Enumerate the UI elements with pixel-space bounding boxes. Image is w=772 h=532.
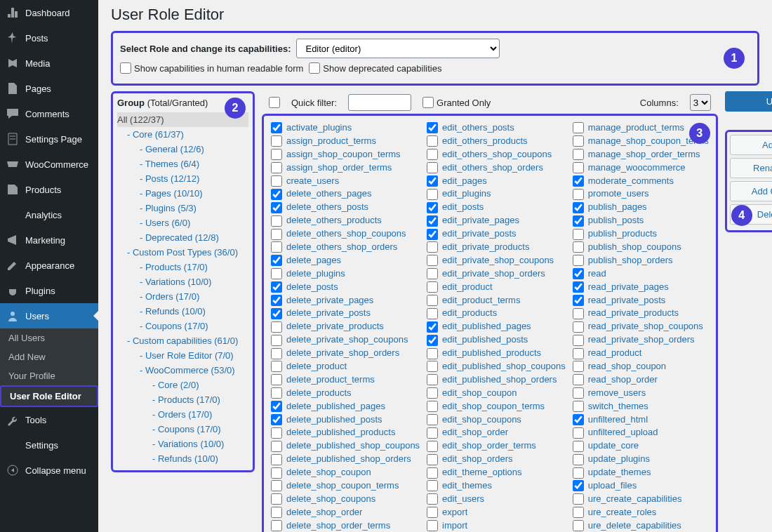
capability-read_private_products[interactable]: read_private_products <box>573 307 709 320</box>
capability-delete_published_shop_coupons[interactable]: delete_published_shop_coupons <box>271 439 420 453</box>
capability-edit_plugins[interactable]: edit_plugins <box>427 187 566 201</box>
capability-update_core[interactable]: update_core <box>573 439 709 453</box>
menu-item-pages[interactable]: Pages <box>0 76 98 101</box>
capability-manage_product_terms[interactable]: manage_product_terms <box>573 121 709 135</box>
capability-edit_private_posts[interactable]: edit_private_posts <box>427 227 566 241</box>
capability-edit_published_shop_orders[interactable]: edit_published_shop_orders <box>427 373 566 387</box>
group-item[interactable]: - Custom Post Types (36/0) <box>117 245 248 260</box>
capability-read_product[interactable]: read_product <box>573 347 709 360</box>
capability-delete_shop_coupon[interactable]: delete_shop_coupon <box>271 466 420 479</box>
capability-edit_shop_coupons[interactable]: edit_shop_coupons <box>427 413 566 427</box>
menu-item-tools[interactable]: Tools <box>0 407 98 432</box>
capability-edit_private_pages[interactable]: edit_private_pages <box>427 214 566 227</box>
capability-read[interactable]: read <box>573 267 709 281</box>
group-item[interactable]: - Coupons (17/0) <box>117 319 248 333</box>
capability-edit_others_shop_coupons[interactable]: edit_others_shop_coupons <box>427 148 566 161</box>
add-capability-button[interactable]: Add Capability <box>730 181 772 201</box>
menu-item-collapse-menu[interactable]: Collapse menu <box>0 458 98 483</box>
capability-switch_themes[interactable]: switch_themes <box>573 400 709 413</box>
capability-export[interactable]: export <box>427 506 566 519</box>
select-all-checkbox[interactable] <box>269 97 280 108</box>
capability-publish_shop_orders[interactable]: publish_shop_orders <box>573 254 709 267</box>
capability-delete_published_shop_orders[interactable]: delete_published_shop_orders <box>271 453 420 466</box>
capability-manage_shop_order_terms[interactable]: manage_shop_order_terms <box>573 148 709 161</box>
menu-item-settings[interactable]: Settings <box>0 432 98 458</box>
capability-activate_plugins[interactable]: activate_plugins <box>271 121 420 135</box>
capability-edit_shop_order[interactable]: edit_shop_order <box>427 426 566 439</box>
capability-ure_delete_capabilities[interactable]: ure_delete_capabilities <box>573 519 709 532</box>
submenu-user-role-editor[interactable]: User Role Editor <box>0 385 98 407</box>
capability-assign_product_terms[interactable]: assign_product_terms <box>271 135 420 148</box>
show-deprecated-checkbox[interactable]: Show deprecated capabilities <box>309 62 441 74</box>
capability-update_plugins[interactable]: update_plugins <box>573 453 709 466</box>
capability-edit_private_shop_orders[interactable]: edit_private_shop_orders <box>427 267 566 281</box>
capability-create_users[interactable]: create_users <box>271 175 420 188</box>
capability-delete_others_products[interactable]: delete_others_products <box>271 214 420 227</box>
group-item[interactable]: - Pages (10/10) <box>117 186 248 201</box>
group-item[interactable]: - Orders (17/0) <box>117 289 248 304</box>
capability-delete_published_products[interactable]: delete_published_products <box>271 426 420 439</box>
capability-delete_product[interactable]: delete_product <box>271 360 420 373</box>
capability-edit_pages[interactable]: edit_pages <box>427 175 566 188</box>
add-role-button[interactable]: Add Role <box>730 135 772 155</box>
capability-delete_product_terms[interactable]: delete_product_terms <box>271 373 420 387</box>
capability-delete_shop_coupon_terms[interactable]: delete_shop_coupon_terms <box>271 479 420 493</box>
submenu-add-new[interactable]: Add New <box>0 347 98 366</box>
group-item[interactable]: - Themes (6/4) <box>117 157 248 171</box>
capability-edit_published_posts[interactable]: edit_published_posts <box>427 333 566 347</box>
menu-item-analytics[interactable]: Analytics <box>0 202 98 227</box>
group-item[interactable]: - Deprecated (12/8) <box>117 230 248 245</box>
group-item[interactable]: - Posts (12/12) <box>117 171 248 186</box>
group-item[interactable]: - Custom capabilities (61/0) <box>117 333 248 348</box>
group-item[interactable]: - Refunds (10/0) <box>117 451 248 466</box>
capability-edit_others_products[interactable]: edit_others_products <box>427 135 566 148</box>
capability-delete_others_shop_coupons[interactable]: delete_others_shop_coupons <box>271 227 420 241</box>
group-item[interactable]: - Coupons (17/0) <box>117 422 248 437</box>
group-item[interactable]: - Users (6/0) <box>117 215 248 230</box>
menu-item-media[interactable]: Media <box>0 51 98 76</box>
capability-update_themes[interactable]: update_themes <box>573 466 709 479</box>
capability-delete_shop_coupons[interactable]: delete_shop_coupons <box>271 493 420 506</box>
submenu-all-users[interactable]: All Users <box>0 328 98 347</box>
update-button[interactable]: Update <box>725 91 772 112</box>
capability-edit_published_products[interactable]: edit_published_products <box>427 347 566 360</box>
capability-upload_files[interactable]: upload_files <box>573 479 709 493</box>
submenu-your-profile[interactable]: Your Profile <box>0 366 98 385</box>
capability-read_private_pages[interactable]: read_private_pages <box>573 281 709 294</box>
capability-delete_private_posts[interactable]: delete_private_posts <box>271 307 420 320</box>
menu-item-products[interactable]: Products <box>0 177 98 202</box>
capability-edit_others_posts[interactable]: edit_others_posts <box>427 121 566 135</box>
capability-delete_others_pages[interactable]: delete_others_pages <box>271 187 420 201</box>
group-item[interactable]: - Products (17/0) <box>117 260 248 274</box>
granted-only-checkbox[interactable]: Granted Only <box>422 97 491 108</box>
capability-delete_others_posts[interactable]: delete_others_posts <box>271 201 420 214</box>
human-readable-checkbox[interactable]: Show capabilities in human readable form <box>120 62 303 74</box>
capability-edit_others_shop_orders[interactable]: edit_others_shop_orders <box>427 161 566 175</box>
capability-read_private_shop_coupons[interactable]: read_private_shop_coupons <box>573 320 709 333</box>
group-item[interactable]: - Orders (17/0) <box>117 407 248 422</box>
capability-delete_products[interactable]: delete_products <box>271 387 420 400</box>
menu-item-users[interactable]: Users <box>0 303 98 328</box>
capability-delete_published_pages[interactable]: delete_published_pages <box>271 400 420 413</box>
capability-delete_published_posts[interactable]: delete_published_posts <box>271 413 420 427</box>
capability-delete_posts[interactable]: delete_posts <box>271 281 420 294</box>
capability-publish_products[interactable]: publish_products <box>573 227 709 241</box>
group-item[interactable]: - WooCommerce (53/0) <box>117 363 248 378</box>
menu-item-woocommerce[interactable]: WooCommerce <box>0 152 98 177</box>
capability-ure_create_capabilities[interactable]: ure_create_capabilities <box>573 493 709 506</box>
capability-edit_private_shop_coupons[interactable]: edit_private_shop_coupons <box>427 254 566 267</box>
capability-edit_published_shop_coupons[interactable]: edit_published_shop_coupons <box>427 360 566 373</box>
capability-edit_product_terms[interactable]: edit_product_terms <box>427 294 566 307</box>
capability-delete_pages[interactable]: delete_pages <box>271 254 420 267</box>
capability-assign_shop_order_terms[interactable]: assign_shop_order_terms <box>271 161 420 175</box>
capability-edit_themes[interactable]: edit_themes <box>427 479 566 493</box>
capability-delete_plugins[interactable]: delete_plugins <box>271 267 420 281</box>
capability-read_private_shop_orders[interactable]: read_private_shop_orders <box>573 333 709 347</box>
menu-item-posts[interactable]: Posts <box>0 25 98 51</box>
capability-edit_theme_options[interactable]: edit_theme_options <box>427 466 566 479</box>
capability-edit_published_pages[interactable]: edit_published_pages <box>427 320 566 333</box>
capability-edit_shop_coupon_terms[interactable]: edit_shop_coupon_terms <box>427 400 566 413</box>
group-item[interactable]: - User Role Editor (7/0) <box>117 348 248 363</box>
capability-edit_users[interactable]: edit_users <box>427 493 566 506</box>
capability-moderate_comments[interactable]: moderate_comments <box>573 175 709 188</box>
